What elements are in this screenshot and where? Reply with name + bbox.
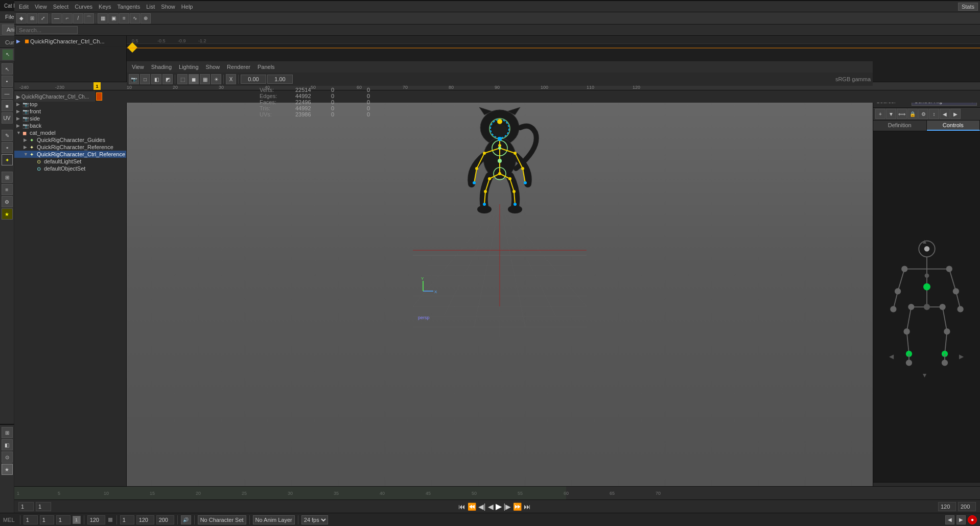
hik-lock-button[interactable]: 🔒 xyxy=(907,109,918,119)
vt-gamma-input[interactable] xyxy=(267,75,293,84)
vt-select-camera[interactable]: 📷 xyxy=(129,74,139,84)
ge-fit-button[interactable]: ⤢ xyxy=(38,13,48,23)
viewport-menu-lighting[interactable]: Lighting xyxy=(176,63,202,70)
pb-end-frame[interactable] xyxy=(938,502,956,511)
no-anim-layer-badge[interactable]: No Anim Layer xyxy=(253,515,295,524)
viewport-3d[interactable]: View Shading Lighting Show Renderer Pane… xyxy=(127,61,873,526)
ge-menu-tangents[interactable]: Tangents xyxy=(115,3,143,10)
ge-frame-button[interactable]: ⊞ xyxy=(27,13,37,23)
ge-extra-4[interactable]: ∿ xyxy=(130,13,140,23)
ge-extra-5[interactable]: ⊕ xyxy=(141,13,151,23)
sb-current-frame-b[interactable] xyxy=(40,515,54,524)
sb-current-frame-a[interactable] xyxy=(24,515,38,524)
hik-mirror-button[interactable]: ⟺ xyxy=(897,109,907,119)
vt-texture[interactable]: ▦ xyxy=(200,74,210,84)
toolbar-extra-3[interactable]: ★ xyxy=(2,208,13,220)
ge-tangent-flat[interactable]: — xyxy=(52,13,62,23)
viewport-menu-show[interactable]: Show xyxy=(203,63,223,70)
toolbar-extra-2[interactable]: ⚙ xyxy=(2,196,13,207)
vt-display-2[interactable]: ◧ xyxy=(151,74,161,84)
hik-bake-button[interactable]: ▼ xyxy=(886,109,896,119)
face-mode-button[interactable]: ■ xyxy=(2,100,13,111)
ge-menu-keys[interactable]: Keys xyxy=(96,3,113,10)
outliner-item-light-set[interactable]: ⊙ defaultLightSet xyxy=(14,158,126,165)
sb-record-button[interactable]: ● xyxy=(968,515,977,524)
paint-tool-button[interactable]: ✎ xyxy=(2,130,13,141)
viewport-scene[interactable]: persp X Y xyxy=(127,87,873,526)
bl-tool-1[interactable]: ◧ xyxy=(2,439,13,450)
viewport-menu-renderer[interactable]: Renderer xyxy=(224,63,253,70)
outliner-item-side[interactable]: ▶ 📷 side xyxy=(14,115,126,122)
outliner-item-back[interactable]: ▶ 📷 back xyxy=(14,122,126,129)
outliner-item-qrc-reference[interactable]: ▶ ✦ QuickRigCharacter_Reference xyxy=(14,144,126,151)
sb-frame-c[interactable] xyxy=(56,515,71,524)
hik-extra-2[interactable]: ▶ xyxy=(950,109,961,119)
prev-key-button[interactable]: ◀| xyxy=(478,503,486,511)
bl-tool-3[interactable]: ★ xyxy=(2,464,13,475)
rig-tool-button[interactable]: ✦ xyxy=(2,154,13,165)
vt-lighting[interactable]: ☀ xyxy=(211,74,221,84)
ge-menu-edit[interactable]: Edit xyxy=(16,3,31,10)
next-key-button[interactable]: |▶ xyxy=(504,503,511,511)
pb-current-input[interactable] xyxy=(36,502,51,511)
ge-tangent-auto[interactable]: ⌒ xyxy=(84,13,94,23)
bl-tool-2[interactable]: ⊙ xyxy=(2,451,13,463)
tab-controls[interactable]: Controls xyxy=(927,121,981,131)
bl-snap-button[interactable]: ⊞ xyxy=(2,427,13,438)
edge-mode-button[interactable]: — xyxy=(2,88,13,99)
frame-track-bar[interactable] xyxy=(96,92,102,101)
viewport-menu-view[interactable]: View xyxy=(129,63,147,70)
outliner-item-front[interactable]: ▶ 📷 front xyxy=(14,108,126,115)
sb-audio-button[interactable]: 🔊 xyxy=(181,515,191,524)
pb-start-input[interactable] xyxy=(18,502,34,511)
go-to-end-button[interactable]: ⏭ xyxy=(524,503,531,511)
sb-extra-2[interactable]: ▶ xyxy=(956,515,966,524)
ge-stats-button[interactable]: Stats xyxy=(958,3,978,11)
select-tool-button[interactable]: ↖ xyxy=(2,49,13,60)
sculpt-tool-button[interactable]: ⚬ xyxy=(2,142,13,153)
step-back-button[interactable]: ⏪ xyxy=(468,503,476,511)
tab-definition[interactable]: Definition xyxy=(873,121,927,131)
ge-key-button[interactable]: ◆ xyxy=(16,13,27,23)
graph-editor-search-input[interactable] xyxy=(16,26,78,34)
fps-dropdown[interactable]: 24 fps 30 fps 60 fps xyxy=(301,515,328,524)
play-forward-button[interactable]: ▶ xyxy=(496,501,502,511)
ge-menu-view[interactable]: View xyxy=(32,3,50,10)
outliner-item-guides[interactable]: ▶ ✦ QuickRigCharacter_Guides xyxy=(14,136,126,144)
ge-tangent-step[interactable]: ⌐ xyxy=(62,13,73,23)
outliner-item-qrc-ctrl-reference[interactable]: ▼ ✦ QuickRigCharacter_Ctrl_Reference xyxy=(14,151,126,158)
toolbar-extra-1[interactable]: ≡ xyxy=(2,184,13,195)
vt-solid[interactable]: ◼ xyxy=(189,74,199,84)
current-frame-marker[interactable]: 1 xyxy=(94,82,101,90)
sb-range-end[interactable] xyxy=(156,515,174,524)
vt-time-input[interactable] xyxy=(241,75,266,84)
sb-playback-start[interactable] xyxy=(120,515,134,524)
viewport-menu-panels[interactable]: Panels xyxy=(254,63,278,70)
uv-mode-button[interactable]: UV xyxy=(2,112,13,124)
panels-button[interactable]: ⊞ xyxy=(2,172,13,183)
sb-total-frames[interactable] xyxy=(87,515,105,524)
ge-menu-help[interactable]: Help xyxy=(179,3,196,10)
step-forward-button[interactable]: ⏩ xyxy=(513,503,522,511)
ge-menu-select[interactable]: Select xyxy=(51,3,72,10)
ge-menu-show[interactable]: Show xyxy=(158,3,178,10)
go-to-start-button[interactable]: ⏮ xyxy=(458,503,465,511)
sb-playback-end[interactable] xyxy=(136,515,154,524)
sb-extra-1[interactable]: ◀ xyxy=(945,515,954,524)
no-char-set-badge[interactable]: No Character Set xyxy=(198,515,246,524)
ge-extra-3[interactable]: ≡ xyxy=(119,13,129,23)
hik-extra-1[interactable]: ◀ xyxy=(940,109,950,119)
pb-range-end[interactable] xyxy=(958,502,976,511)
curve-track-qrc[interactable]: ▶ ◼ QuickRigCharacter_Ctrl_Ch... xyxy=(14,36,126,47)
ge-extra-1[interactable]: ▦ xyxy=(98,13,108,23)
vt-show-x[interactable]: X xyxy=(226,74,236,84)
outliner-item-cat-model[interactable]: ▼ ◼ cat_model xyxy=(14,129,126,136)
viewport-menu-shading[interactable]: Shading xyxy=(148,63,175,70)
hik-settings-button[interactable]: ⚙ xyxy=(918,109,928,119)
hik-create-button[interactable]: + xyxy=(875,109,885,119)
ge-menu-curves[interactable]: Curves xyxy=(72,3,95,10)
outliner-item-object-set[interactable]: ⊙ defaultObjectSet xyxy=(14,165,126,172)
select-mode-button[interactable]: ↖ xyxy=(2,63,13,75)
vt-display-3[interactable]: ◩ xyxy=(162,74,173,84)
ge-extra-2[interactable]: ▣ xyxy=(108,13,119,23)
